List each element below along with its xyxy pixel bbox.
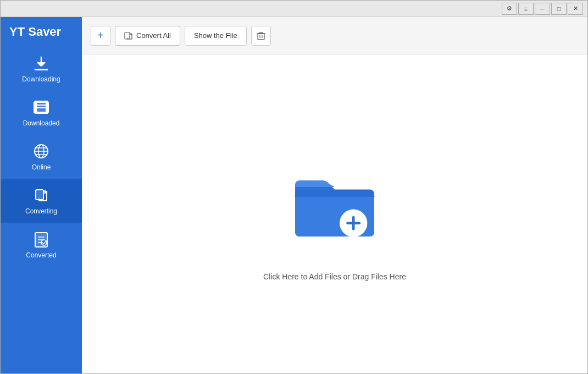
sidebar-item-online-label: Online — [32, 163, 51, 171]
menu-button[interactable]: ≡ — [518, 3, 534, 15]
app-window: ⚙ ≡ ─ □ ✕ YT Saver Downloading — [0, 0, 588, 374]
convert-all-button[interactable]: Convert All — [115, 26, 180, 46]
sidebar-item-downloading[interactable]: Downloading — [1, 47, 82, 91]
delete-icon — [256, 31, 266, 41]
sidebar-item-online[interactable]: Online — [1, 135, 82, 179]
converting-icon — [32, 186, 50, 204]
sidebar-item-converted-label: Converted — [26, 251, 56, 259]
drop-hint: Click Here to Add Files or Drag Files He… — [263, 272, 406, 281]
titlebar-controls: ⚙ ≡ ─ □ ✕ — [502, 3, 583, 15]
svg-rect-4 — [35, 69, 48, 70]
converted-icon — [32, 230, 50, 248]
add-icon: + — [97, 29, 104, 42]
titlebar: ⚙ ≡ ─ □ ✕ — [1, 1, 587, 17]
sidebar-item-converting-label: Converting — [25, 207, 57, 215]
sidebar: YT Saver Downloading — [1, 17, 82, 373]
svg-rect-19 — [36, 190, 43, 200]
sidebar-item-converting[interactable]: Converting — [1, 179, 82, 223]
show-file-label: Show the File — [194, 31, 237, 40]
svg-rect-12 — [34, 107, 37, 109]
sidebar-item-downloaded[interactable]: Downloaded — [1, 91, 82, 135]
svg-rect-13 — [34, 111, 37, 112]
downloading-icon — [32, 54, 50, 72]
close-button[interactable]: ✕ — [568, 3, 583, 15]
svg-marker-8 — [36, 102, 46, 112]
maximize-button[interactable]: □ — [551, 3, 567, 15]
delete-button[interactable] — [251, 26, 271, 46]
add-button[interactable]: + — [91, 26, 110, 46]
content-area[interactable]: Click Here to Add Files or Drag Files He… — [82, 54, 587, 373]
svg-rect-11 — [34, 104, 37, 106]
convert-all-icon — [124, 31, 133, 40]
svg-rect-26 — [258, 34, 264, 40]
minimize-button[interactable]: ─ — [535, 3, 550, 15]
folder-svg — [285, 158, 384, 246]
sidebar-item-converted[interactable]: Converted — [1, 223, 82, 267]
settings-button[interactable]: ⚙ — [502, 3, 517, 15]
online-icon — [32, 142, 50, 160]
convert-all-label: Convert All — [136, 31, 171, 40]
toolbar: + Convert All Show the File — [82, 17, 587, 54]
app-body: YT Saver Downloading — [1, 17, 587, 373]
show-file-button[interactable]: Show the File — [185, 26, 247, 46]
main-content: + Convert All Show the File — [82, 17, 587, 373]
app-title: YT Saver — [1, 17, 82, 47]
sidebar-item-downloaded-label: Downloaded — [23, 119, 60, 127]
folder-illustration — [280, 147, 390, 257]
sidebar-item-downloading-label: Downloading — [22, 75, 60, 83]
downloaded-icon — [32, 98, 50, 116]
